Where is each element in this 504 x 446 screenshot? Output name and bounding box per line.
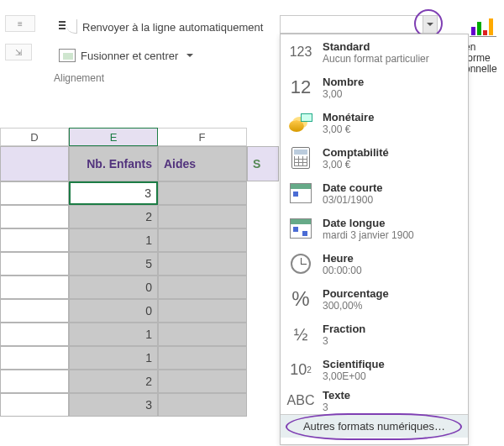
cell-d[interactable]: [0, 228, 69, 252]
column-header-f[interactable]: F: [158, 128, 247, 146]
format-item-currency[interactable]: Monétaire3,00 €: [281, 105, 468, 140]
format-title: Heure: [323, 252, 362, 265]
merge-label: Fusionner et centrer: [81, 50, 178, 62]
merge-icon: [59, 49, 76, 62]
format-title: Date courte: [323, 181, 383, 194]
number-format-menu: 123 StandardAucun format particulier 12 …: [280, 34, 469, 445]
cell-e[interactable]: 1: [69, 228, 158, 252]
cell-e[interactable]: 0: [69, 275, 158, 299]
cell-e[interactable]: 3: [69, 393, 158, 417]
cell-f[interactable]: [158, 299, 247, 323]
alignment-group-label: Alignement: [54, 72, 104, 84]
orientation-group[interactable]: ⇲: [5, 44, 32, 60]
format-item-fraction[interactable]: ½ Fraction3: [281, 317, 468, 352]
cell-d[interactable]: [0, 205, 69, 228]
conditional-formatting-icon: [470, 15, 496, 39]
header-cell-e[interactable]: Nb. Enfants: [69, 146, 158, 181]
cell-d[interactable]: [0, 299, 69, 323]
cell-f[interactable]: [158, 346, 247, 370]
conditional-formatting-button[interactable]: en forme onnelle: [465, 15, 501, 74]
format-item-scientific[interactable]: 102 Scientifique3,00E+00: [281, 352, 468, 387]
conditional-formatting-label-1: en forme: [465, 42, 501, 64]
indent-group[interactable]: ≡: [5, 15, 39, 32]
cell-e[interactable]: 3: [69, 181, 158, 205]
format-sub: 3,00 €: [323, 123, 374, 135]
cell-f[interactable]: [158, 370, 247, 393]
cell-d[interactable]: [0, 346, 69, 370]
format-title: Comptabilité: [323, 146, 389, 159]
format-title: Fraction: [323, 323, 365, 335]
format-item-number[interactable]: 12 Nombre3,00: [281, 70, 468, 105]
format-sub: Aucun format particulier: [323, 53, 429, 65]
percent-icon: %: [286, 286, 316, 312]
format-item-text[interactable]: ABC Texte3: [281, 387, 468, 414]
format-item-date-long[interactable]: Date longuemardi 3 janvier 1900: [281, 211, 468, 246]
header-cell-d[interactable]: [0, 146, 69, 181]
cell-f[interactable]: [158, 228, 247, 252]
format-sub: 3: [323, 335, 365, 347]
format-title: Monétaire: [323, 111, 374, 123]
format-title: Standard: [323, 40, 429, 53]
format-item-accounting[interactable]: Comptabilité 3,00 €: [281, 140, 468, 176]
format-title: Scientifique: [323, 358, 385, 370]
calendar-icon: [286, 216, 316, 241]
standard-icon: 123: [286, 39, 316, 65]
cell-d[interactable]: [0, 275, 69, 299]
format-sub: 300,00%: [323, 300, 389, 312]
format-sub: 3,00 €: [323, 159, 389, 171]
format-title: Nombre: [323, 76, 364, 88]
format-item-percentage[interactable]: % Pourcentage300,00%: [281, 281, 468, 317]
chevron-down-icon: [186, 54, 193, 60]
cell-e[interactable]: 2: [69, 370, 158, 393]
fraction-icon: ½: [286, 322, 316, 347]
format-sub: 3,00: [323, 88, 364, 100]
cell-d[interactable]: [0, 252, 69, 275]
wrap-text-icon: [59, 19, 77, 34]
format-title: Pourcentage: [323, 287, 389, 300]
cell-e[interactable]: 1: [69, 323, 158, 346]
cell-d[interactable]: [0, 181, 69, 205]
merge-center-button[interactable]: Fusionner et centrer: [59, 45, 244, 66]
cell-f[interactable]: [158, 275, 247, 299]
conditional-formatting-label-2: onnelle: [465, 64, 501, 75]
header-cell-s[interactable]: S: [247, 146, 279, 181]
clock-icon: [286, 251, 316, 276]
format-sub: 3: [323, 401, 350, 413]
cell-f[interactable]: [158, 323, 247, 346]
cell-e[interactable]: 5: [69, 252, 158, 275]
format-item-time[interactable]: Heure00:00:00: [281, 246, 468, 281]
header-cell-f[interactable]: Aides: [158, 146, 247, 181]
column-header-d[interactable]: D: [0, 128, 69, 146]
format-sub: 03/01/1900: [323, 194, 383, 206]
format-title: Date longue: [323, 217, 414, 229]
format-item-date-short[interactable]: Date courte03/01/1900: [281, 176, 468, 211]
cell-e[interactable]: 0: [69, 299, 158, 323]
column-header-e[interactable]: E: [69, 128, 158, 146]
format-item-standard[interactable]: 123 StandardAucun format particulier: [281, 34, 468, 70]
cell-d[interactable]: [0, 323, 69, 346]
cell-f[interactable]: [158, 205, 247, 228]
cell-f[interactable]: [158, 181, 247, 205]
annotation-circle: [286, 413, 462, 440]
calendar-icon: [286, 181, 316, 206]
number-icon: 12: [286, 75, 316, 100]
cell-e[interactable]: 1: [69, 346, 158, 370]
coins-icon: [286, 110, 316, 135]
text-icon: ABC: [286, 388, 316, 413]
spreadsheet-grid[interactable]: D E F Nb. Enfants Aides S 3 2 1 5 0 0 1 …: [0, 128, 286, 417]
cell-f[interactable]: [158, 252, 247, 275]
format-title: Texte: [323, 389, 350, 401]
format-sub: 00:00:00: [323, 265, 362, 276]
cell-f[interactable]: [158, 393, 247, 417]
cell-d[interactable]: [0, 370, 69, 393]
format-sub: mardi 3 janvier 1900: [323, 229, 414, 241]
cell-d[interactable]: [0, 393, 69, 417]
cell-e[interactable]: 2: [69, 205, 158, 228]
scientific-icon: 102: [286, 357, 316, 382]
wrap-text-button[interactable]: Renvoyer à la ligne automatiquement: [59, 17, 294, 37]
format-sub: 3,00E+00: [323, 370, 385, 382]
calculator-icon: [286, 145, 316, 171]
wrap-text-label: Renvoyer à la ligne automatiquement: [82, 21, 263, 34]
